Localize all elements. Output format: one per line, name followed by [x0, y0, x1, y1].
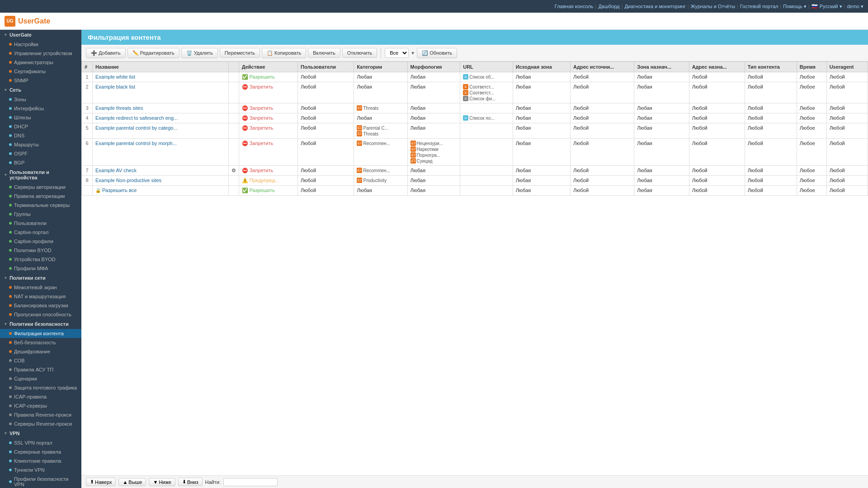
- sidebar-item-vpn-security-profiles[interactable]: Профили безопасности VPN: [0, 474, 81, 488]
- sidebar-item-firewall[interactable]: Межсетевой экран: [0, 283, 81, 292]
- sidebar-item-mail-protection[interactable]: Защита почтового трафика: [0, 383, 81, 392]
- rule-link[interactable]: Example parental control by morph...: [95, 141, 177, 146]
- sidebar-item-byod-devices[interactable]: Устройства BYOD: [0, 255, 81, 264]
- table-row[interactable]: 2 Example black list ⛔ Запретить Любой Л…: [82, 82, 868, 103]
- sidebar-item-icap-rules[interactable]: ICAP-правила: [0, 392, 81, 401]
- rule-link[interactable]: Example Non-productive sites: [95, 178, 161, 183]
- table-row[interactable]: 6 Example parental control by morph... ⛔…: [82, 139, 868, 166]
- table-row[interactable]: 1 Example white list ✅ Разрешить Любой Л…: [82, 72, 868, 82]
- sidebar-item-balancing[interactable]: Балансировка нагрузки: [0, 301, 81, 310]
- table-row[interactable]: 🔒 Разрешить все ✅ Разрешить Любой Любая …: [82, 186, 868, 196]
- sidebar-item-reverse-proxy-servers[interactable]: Серверы Reverse-прокси: [0, 419, 81, 428]
- cell-users: Любой: [298, 82, 354, 103]
- filter-select[interactable]: Все: [385, 48, 409, 58]
- table-row[interactable]: 7 Example AV check ⚙ ⛔ Запретить Любой 🏷…: [82, 166, 868, 176]
- nav-diagnostics[interactable]: Диагностика и мониторинг: [624, 4, 685, 9]
- sidebar-group-header-vpn[interactable]: ▼ VPN: [0, 428, 81, 438]
- enable-button[interactable]: Включить: [308, 48, 340, 58]
- dot-icon: [9, 61, 12, 64]
- sidebar-item-nat[interactable]: NAT и маршрутизация: [0, 292, 81, 301]
- cell-url: [460, 186, 513, 196]
- search-input[interactable]: [223, 478, 278, 486]
- nav-help[interactable]: Помощь ▾: [783, 4, 807, 9]
- rule-link[interactable]: Example white list: [95, 74, 135, 80]
- sidebar-item-captive-profiles[interactable]: Captive-профили: [0, 237, 81, 246]
- sidebar-item-content-filter[interactable]: Фильтрация контента: [0, 329, 81, 338]
- sidebar-item-gateways[interactable]: Шлюзы: [0, 113, 81, 122]
- table-row[interactable]: 3 Example threats sites ⛔ Запретить Любо…: [82, 103, 868, 113]
- refresh-button[interactable]: 🔄 Обновить: [417, 48, 457, 58]
- nav-logs[interactable]: Журналы и Отчёты: [691, 4, 736, 9]
- col-num: #: [82, 62, 93, 72]
- disable-button[interactable]: Отключить: [342, 48, 377, 58]
- dot-icon: [9, 413, 12, 416]
- sidebar-item-zones[interactable]: Зоны: [0, 95, 81, 104]
- sidebar-group-header-network-policies[interactable]: ▼ Политики сети: [0, 273, 81, 283]
- sidebar-item-captive-portal[interactable]: Captive-портал: [0, 228, 81, 237]
- sidebar-item-device-mgmt[interactable]: Управление устройством: [0, 49, 81, 58]
- sidebar-item-vpn-tunnels[interactable]: Туннели VPN: [0, 465, 81, 474]
- rule-link[interactable]: Example threats sites: [95, 105, 143, 111]
- sidebar-item-users[interactable]: Пользователи: [0, 219, 81, 228]
- sidebar-item-byod-policies[interactable]: Политики BYOD: [0, 246, 81, 255]
- sidebar-item-server-rules[interactable]: Серверные правила: [0, 447, 81, 456]
- rule-link[interactable]: Example parental control by catego...: [95, 125, 178, 131]
- table-row[interactable]: 8 Example Non-productive sites ⚠️ Предуп…: [82, 176, 868, 186]
- sidebar-item-decrypt[interactable]: Дешифрование: [0, 347, 81, 356]
- sidebar-item-asu-rules[interactable]: Правила АСУ ТП: [0, 365, 81, 374]
- sidebar-group-label: VPN: [9, 431, 20, 436]
- rule-link[interactable]: Example redirect to safesearch eng...: [95, 115, 178, 121]
- sidebar-item-dhcp[interactable]: DHCP: [0, 122, 81, 131]
- sidebar-group-header-users[interactable]: ▼ Пользователи и устройства: [0, 167, 81, 183]
- table-row[interactable]: 5 Example parental control by catego... …: [82, 123, 868, 139]
- sidebar-item-reverse-proxy-rules[interactable]: Правила Reverse-прокси: [0, 410, 81, 419]
- copy-button[interactable]: 📋 Копировать: [262, 48, 306, 58]
- sidebar-item-ssl-vpn[interactable]: SSL VPN портал: [0, 438, 81, 447]
- sidebar-group-header-usergate[interactable]: ▼ UserGate: [0, 30, 81, 40]
- nav-dashboard[interactable]: Дашборд: [598, 4, 619, 9]
- sidebar-item-routes[interactable]: Маршруты: [0, 140, 81, 149]
- dot-icon: [9, 186, 12, 188]
- sidebar-item-groups[interactable]: Группы: [0, 210, 81, 219]
- sidebar-item-settings[interactable]: Настройки: [0, 40, 81, 49]
- sidebar-item-snmp[interactable]: SNMP: [0, 76, 81, 85]
- table-row[interactable]: 4 Example redirect to safesearch eng... …: [82, 113, 868, 123]
- delete-button[interactable]: 🗑️ Удалить: [181, 48, 218, 58]
- sidebar-item-bgp[interactable]: BGP: [0, 158, 81, 167]
- sidebar-item-auth-rules[interactable]: Правила авторизации: [0, 192, 81, 201]
- sidebar-item-cob[interactable]: СОВ: [0, 356, 81, 365]
- nav-guest-portal[interactable]: Гостевой портал: [740, 4, 778, 9]
- nav-language[interactable]: Русский ▾: [820, 4, 842, 9]
- sidebar-item-interfaces[interactable]: Интерфейсы: [0, 104, 81, 113]
- sidebar-item-web-security[interactable]: Веб-безопасность: [0, 338, 81, 347]
- down-button[interactable]: ⬇ Вниз: [178, 478, 203, 486]
- sidebar-item-client-rules[interactable]: Клиентские правила: [0, 456, 81, 465]
- refresh-icon: 🔄: [422, 50, 428, 56]
- up-button[interactable]: ⬆ Наверх: [86, 478, 116, 486]
- rule-link[interactable]: Разрешить все: [102, 188, 137, 193]
- sidebar-item-scenarios[interactable]: Сценарии: [0, 374, 81, 383]
- sidebar-item-auth-servers[interactable]: Серверы авторизации: [0, 183, 81, 192]
- cell-src-zone: Любая: [513, 139, 570, 166]
- edit-button[interactable]: ✏️ Редактировать: [127, 48, 179, 58]
- above-button[interactable]: ▲ Выше: [118, 478, 146, 486]
- sidebar-item-bandwidth[interactable]: Пропускная способность: [0, 310, 81, 319]
- sidebar-item-icap-servers[interactable]: ICAP-серверы: [0, 401, 81, 410]
- col-time: Время: [797, 62, 826, 72]
- below-button[interactable]: ▼ Ниже: [149, 478, 175, 486]
- sidebar-item-mfa-profiles[interactable]: Профили МФА: [0, 264, 81, 273]
- sidebar-group-header-network[interactable]: ▼ Сеть: [0, 85, 81, 95]
- nav-main-console[interactable]: Главная консоль: [555, 4, 594, 9]
- rule-link[interactable]: Example AV check: [95, 168, 137, 173]
- cell-num: 8: [82, 176, 93, 186]
- sidebar-item-certs[interactable]: Сертификаты: [0, 67, 81, 76]
- sidebar-item-dns[interactable]: DNS: [0, 131, 81, 140]
- rule-link[interactable]: Example black list: [95, 84, 135, 89]
- sidebar-item-admins[interactable]: Администраторы: [0, 58, 81, 67]
- sidebar-group-header-security-policies[interactable]: ▼ Политики безопасности: [0, 319, 81, 329]
- sidebar-item-terminal-servers[interactable]: Терминальные серверы: [0, 201, 81, 210]
- move-button[interactable]: Переместить: [220, 48, 260, 58]
- sidebar-item-ospf[interactable]: OSPF: [0, 149, 81, 158]
- add-button[interactable]: ➕ Добавить: [86, 48, 126, 58]
- nav-demo[interactable]: demo ▾: [847, 4, 863, 9]
